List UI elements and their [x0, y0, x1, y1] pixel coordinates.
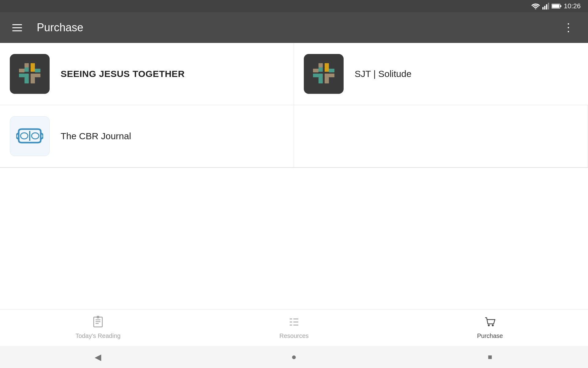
nav-item-todays-reading[interactable]: Today's Reading: [0, 316, 196, 339]
svg-rect-16: [19, 74, 24, 77]
svg-rect-11: [31, 67, 35, 72]
nav-label-purchase: Purchase: [477, 332, 503, 339]
svg-rect-2: [544, 6, 545, 10]
svg-point-34: [32, 133, 39, 139]
status-bar: 10:26: [0, 0, 588, 12]
app-bar-title: Purchase: [37, 21, 83, 34]
svg-rect-18: [24, 78, 29, 83]
wifi-icon: [531, 3, 540, 9]
recents-icon: ■: [488, 353, 492, 361]
back-button[interactable]: ◀: [89, 351, 107, 363]
app-bar-left: Purchase: [10, 21, 83, 34]
battery-icon: [552, 3, 561, 9]
svg-rect-29: [329, 74, 334, 77]
svg-rect-21: [325, 63, 329, 67]
hamburger-menu-button[interactable]: [10, 22, 24, 34]
svg-rect-28: [313, 74, 318, 77]
sjt-solitude-cross-svg: [310, 60, 337, 88]
nav-item-resources[interactable]: Resources: [196, 316, 392, 339]
svg-rect-22: [318, 67, 323, 72]
sjt-solitude-icon: [304, 54, 344, 94]
sjt-solitude-title: SJT | Solitude: [355, 69, 412, 79]
svg-rect-25: [325, 74, 329, 78]
cbr-journal-svg: [16, 125, 43, 147]
svg-rect-30: [318, 78, 323, 83]
svg-rect-8: [24, 63, 29, 67]
home-icon: ●: [292, 352, 297, 362]
sjt-cross-svg: [16, 60, 43, 88]
svg-rect-14: [19, 69, 24, 72]
svg-point-0: [535, 8, 536, 9]
home-button[interactable]: ●: [285, 351, 303, 363]
svg-point-49: [488, 324, 490, 326]
sjt-main-title: SEEING JESUS TOGETHER: [61, 69, 185, 79]
svg-rect-1: [542, 7, 544, 10]
list-item[interactable]: The CBR Journal: [0, 105, 294, 167]
status-icons: 10:26: [531, 2, 581, 10]
system-nav-bar: ◀ ● ■: [0, 346, 588, 368]
svg-rect-31: [325, 78, 329, 83]
todays-reading-icon: [92, 316, 104, 330]
svg-rect-15: [35, 69, 40, 72]
app-bar: Purchase ⋮: [0, 12, 588, 43]
svg-rect-3: [546, 4, 547, 10]
svg-rect-6: [560, 5, 561, 7]
nav-label-resources: Resources: [279, 332, 309, 339]
cbr-journal-title: The CBR Journal: [61, 131, 131, 141]
svg-rect-12: [24, 74, 29, 78]
back-icon: ◀: [95, 352, 101, 362]
nav-label-todays-reading: Today's Reading: [75, 332, 120, 339]
more-options-button[interactable]: ⋮: [559, 19, 578, 36]
svg-rect-9: [31, 63, 35, 67]
svg-rect-13: [31, 74, 35, 78]
svg-rect-24: [318, 74, 323, 78]
sjt-main-icon: [10, 54, 50, 94]
items-grid: SEEING JESUS TOGETHER: [0, 43, 588, 168]
main-content: SEEING JESUS TOGETHER: [0, 43, 588, 309]
svg-point-50: [492, 324, 494, 326]
list-item[interactable]: SEEING JESUS TOGETHER: [0, 43, 294, 105]
recents-button[interactable]: ■: [481, 351, 499, 363]
svg-rect-17: [35, 74, 40, 77]
svg-rect-7: [552, 5, 559, 8]
purchase-icon: [484, 316, 496, 330]
svg-rect-23: [325, 67, 329, 72]
svg-rect-27: [329, 69, 334, 72]
list-item[interactable]: SJT | Solitude: [294, 43, 588, 105]
empty-grid-cell: [294, 105, 588, 167]
status-time: 10:26: [564, 2, 581, 10]
bottom-nav: Today's Reading Resources Purchase: [0, 309, 588, 346]
signal-icon: [542, 3, 549, 10]
svg-rect-10: [24, 67, 29, 72]
cbr-journal-icon: [10, 116, 50, 156]
svg-rect-19: [31, 78, 35, 83]
svg-rect-20: [318, 63, 323, 67]
svg-point-33: [21, 133, 28, 139]
resources-icon: [288, 316, 300, 330]
svg-rect-4: [548, 3, 549, 10]
svg-rect-26: [313, 69, 318, 72]
nav-item-purchase[interactable]: Purchase: [392, 316, 588, 339]
